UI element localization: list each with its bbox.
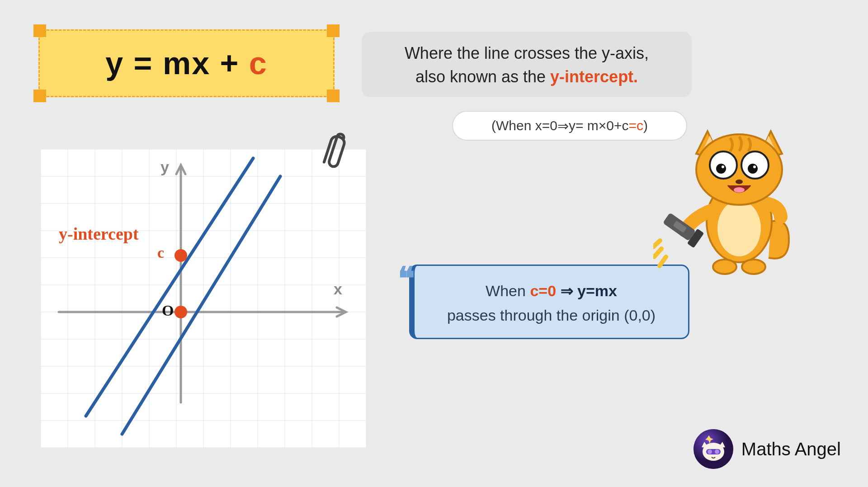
callout-box: When c=0 ⇒ y=mx passes through the origi… bbox=[409, 265, 689, 339]
cat-mascot-icon bbox=[653, 122, 793, 276]
svg-point-54 bbox=[715, 449, 719, 454]
callout-c0: c=0 bbox=[530, 282, 556, 299]
svg-point-30 bbox=[175, 306, 187, 318]
selection-handle bbox=[33, 90, 46, 102]
brand-logo: Maths Angel bbox=[693, 429, 841, 469]
selection-handle bbox=[33, 24, 46, 37]
selection-handle bbox=[327, 24, 340, 37]
formula-p2: y= m×0+c bbox=[569, 118, 629, 133]
description-line2-pre: also known as the bbox=[415, 67, 550, 86]
graph-svg bbox=[41, 149, 366, 448]
svg-point-49 bbox=[736, 180, 743, 184]
svg-point-48 bbox=[734, 187, 745, 193]
quote-icon: ❝ bbox=[398, 260, 415, 297]
y-intercept-label: y-intercept bbox=[59, 224, 139, 244]
callout-line2: passes through the origin (0,0) bbox=[428, 303, 675, 327]
brand-badge-icon bbox=[693, 429, 733, 469]
svg-line-28 bbox=[122, 176, 280, 434]
equation-c: c bbox=[249, 46, 268, 81]
formula-eq: = bbox=[628, 118, 637, 133]
svg-point-47 bbox=[753, 165, 756, 168]
svg-point-45 bbox=[748, 164, 758, 174]
equation-plus: + bbox=[220, 46, 249, 81]
svg-point-29 bbox=[175, 249, 187, 262]
callout-arrow: ⇒ bbox=[556, 282, 577, 299]
callout-line1: When c=0 ⇒ y=mx bbox=[428, 279, 675, 303]
formula-p1: When x=0 bbox=[496, 118, 557, 133]
formula-close: ) bbox=[643, 118, 648, 133]
equation-text: y = mx + c bbox=[105, 45, 268, 81]
description-line2: also known as the y-intercept. bbox=[380, 65, 674, 89]
svg-point-34 bbox=[742, 260, 765, 274]
formula-arrow: ⇒ bbox=[557, 118, 569, 134]
paperclip-icon bbox=[314, 129, 350, 174]
x-axis-label: x bbox=[334, 280, 342, 298]
svg-line-27 bbox=[86, 158, 253, 416]
svg-line-38 bbox=[653, 241, 660, 247]
y-axis-label: y bbox=[160, 158, 169, 176]
brand-name: Maths Angel bbox=[741, 439, 841, 459]
svg-point-32 bbox=[717, 200, 761, 256]
svg-point-33 bbox=[713, 260, 736, 274]
c-point-label: c bbox=[157, 244, 164, 261]
description-box: Where the line crosses the y-axis, also … bbox=[362, 32, 692, 97]
formula-c: c bbox=[637, 118, 643, 133]
svg-point-46 bbox=[722, 165, 724, 168]
svg-point-44 bbox=[716, 164, 726, 174]
svg-point-53 bbox=[708, 449, 712, 454]
description-line1: Where the line crosses the y-axis, bbox=[380, 42, 674, 65]
callout-pre: When bbox=[486, 282, 530, 299]
svg-point-41 bbox=[696, 134, 782, 205]
selection-handle bbox=[327, 90, 340, 102]
svg-line-40 bbox=[660, 257, 666, 266]
formula-pill: ( When x=0 ⇒ y= m×0+c = c ) bbox=[452, 111, 687, 141]
description-highlight: y-intercept. bbox=[550, 67, 638, 86]
formula-open: ( bbox=[491, 118, 496, 133]
callout-eq: y=mx bbox=[577, 282, 617, 299]
equation-lhs: y = mx bbox=[105, 46, 220, 81]
equation-banner: y = mx + c bbox=[38, 29, 335, 97]
graph-card: y x y-intercept c O bbox=[41, 149, 366, 448]
origin-label: O bbox=[162, 302, 174, 319]
svg-line-39 bbox=[654, 249, 661, 257]
